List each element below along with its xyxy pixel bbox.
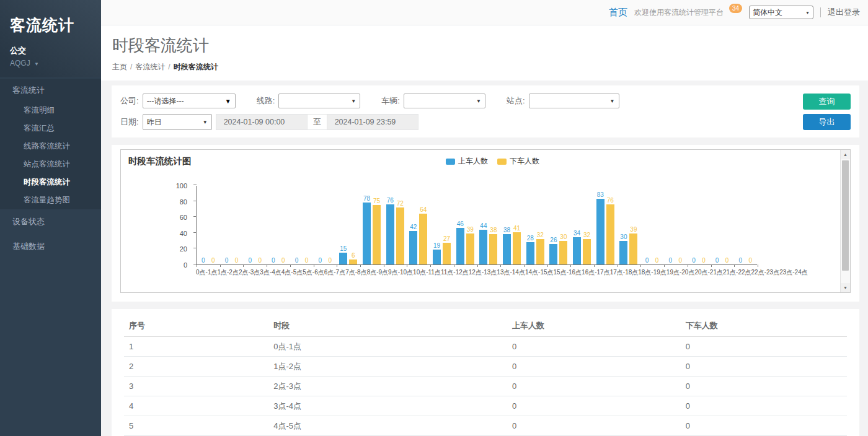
- x-axis-tick-label: 20点-21点: [694, 268, 723, 277]
- x-axis-tick-label: 17点-18点: [610, 268, 639, 277]
- bar-value-label: 27: [443, 235, 450, 242]
- x-axis-tick: [337, 264, 337, 267]
- bar-value-label: 0: [281, 257, 285, 264]
- bar-value-label: 0: [645, 257, 649, 264]
- sidebar-subitem[interactable]: 线路客流统计: [0, 137, 101, 155]
- x-axis-tick: [500, 264, 501, 267]
- sidebar-subitem[interactable]: 站点客流统计: [0, 155, 101, 173]
- sidebar-subitem[interactable]: 客流汇总: [0, 120, 101, 137]
- table-cell: 0点-1点: [268, 337, 507, 357]
- x-axis-label-cell: 23点-24点: [779, 268, 808, 277]
- nav-other-sections: 设备状态基础数据: [0, 209, 101, 259]
- vehicle-select[interactable]: ▼: [404, 94, 485, 108]
- bar-group: 0: [676, 257, 684, 264]
- bar: [606, 204, 614, 264]
- chart-scrollbar: ▲ ▼: [840, 150, 850, 292]
- x-axis-tick: [430, 264, 431, 267]
- x-axis-label-cell: 3点-4点: [260, 268, 281, 277]
- chevron-down-icon: ▼: [203, 120, 208, 125]
- sidebar-subitem[interactable]: 客流量趋势图: [0, 191, 101, 209]
- sidebar-submenu: 客流明细客流汇总线路客流统计站点客流统计时段客流统计客流量趋势图: [0, 102, 101, 209]
- x-axis-tick: [688, 264, 688, 267]
- x-axis-tick-label: 8点-9点: [367, 268, 388, 277]
- breadcrumb-item: 时段客流统计: [174, 63, 218, 71]
- bar-value-label: 15: [340, 245, 347, 252]
- table-panel: 序号时段上车人数下车人数 10点-1点0021点-2点0032点-3点0043点…: [112, 309, 859, 436]
- bar-value-label: 6: [352, 252, 355, 259]
- bar-value-label: 0: [318, 257, 322, 264]
- bar-value-label: 0: [235, 257, 239, 264]
- scrollbar-thumb[interactable]: [842, 160, 849, 271]
- language-value: 简体中文: [753, 7, 782, 18]
- language-select[interactable]: 简体中文 ▼: [749, 6, 813, 19]
- bar-group: 34: [573, 230, 581, 264]
- sidebar-item[interactable]: 基础数据: [0, 234, 101, 259]
- sidebar-subitem[interactable]: 客流明细: [0, 102, 101, 120]
- bar-value-label: 39: [467, 226, 474, 233]
- date-end-input[interactable]: 2024-01-09 23:59: [327, 114, 418, 130]
- legend-item[interactable]: 下车人数: [497, 156, 539, 167]
- sidebar-item-passenger-stats[interactable]: 客流统计: [0, 79, 101, 102]
- bar: [409, 231, 417, 264]
- line-select[interactable]: ▼: [278, 94, 360, 108]
- bar-value-label: 0: [225, 257, 229, 264]
- bar-group: 0: [723, 257, 731, 264]
- sidebar-item[interactable]: 设备状态: [0, 209, 101, 234]
- filter-row-2: 日期: 昨日 ▼ 2024-01-09 00:00 至 2024-01-09 2…: [120, 114, 851, 130]
- bar-value-label: 19: [433, 242, 440, 249]
- bar-value-label: 64: [420, 206, 427, 213]
- station-select[interactable]: ▼: [529, 94, 619, 108]
- bar-group: 39: [466, 226, 474, 264]
- content-area: 公司: ---请选择--- ▼ 线路: ▼ 车辆: ▼ 站点:: [101, 81, 868, 436]
- date-start-input[interactable]: 2024-01-09 00:00: [216, 114, 308, 130]
- bar-group: 15: [339, 245, 347, 264]
- date-preset-select[interactable]: 昨日 ▼: [143, 114, 212, 130]
- scroll-down-icon[interactable]: ▼: [841, 283, 850, 292]
- x-axis-tick-label: 13点-14点: [497, 268, 525, 277]
- legend-item[interactable]: 上车人数: [446, 156, 488, 167]
- x-axis-tick-label: 14点-15点: [525, 268, 554, 277]
- table-cell: 0: [507, 377, 681, 396]
- notification-badge[interactable]: 34: [729, 4, 742, 13]
- chart-category-group: 2832: [523, 186, 547, 264]
- bar-value-label: 39: [630, 226, 637, 233]
- page-header: 时段客流统计 主页/客流统计/时段客流统计: [101, 25, 868, 81]
- export-button[interactable]: 导出: [803, 114, 851, 130]
- x-axis-tick: [197, 264, 197, 267]
- chart-category-group: 7672: [383, 186, 407, 264]
- breadcrumb-item[interactable]: 客流统计: [135, 63, 165, 71]
- company-label: 公司:: [120, 95, 139, 107]
- bar: [386, 204, 394, 264]
- x-axis-tick-label: 18点-19点: [638, 268, 666, 277]
- bar-group: 30: [619, 233, 627, 264]
- bar: [573, 237, 581, 264]
- y-axis-tick-label: 100: [176, 182, 187, 190]
- home-link[interactable]: 首页: [609, 7, 627, 19]
- bar: [559, 241, 567, 264]
- x-axis-tick: [290, 264, 291, 267]
- company-select[interactable]: ---请选择--- ▼: [143, 94, 236, 108]
- scroll-up-icon[interactable]: ▲: [841, 150, 850, 159]
- bar-group: 19: [433, 242, 441, 264]
- x-axis-tick: [711, 264, 712, 267]
- chart-category-group: 3841: [500, 186, 524, 264]
- chart-category-group: 2630: [547, 186, 570, 264]
- y-axis-tick: [193, 232, 197, 233]
- chart-category-group: 4639: [453, 186, 477, 264]
- bar-value-label: 42: [410, 224, 417, 230]
- x-axis-label-cell: 10点-11点: [413, 268, 441, 277]
- bar-group: 0: [713, 257, 721, 264]
- x-axis-tick-label: 7点-8点: [345, 268, 366, 277]
- breadcrumb-item[interactable]: 主页: [112, 63, 127, 71]
- bar-group: 39: [629, 226, 637, 264]
- sidebar-nav: 客流统计 客流明细客流汇总线路客流统计站点客流统计时段客流统计客流量趋势图 设备…: [0, 79, 101, 259]
- caret-down-icon: ▼: [34, 61, 39, 67]
- sidebar-subitem[interactable]: 时段客流统计: [0, 173, 101, 191]
- org-code-dropdown[interactable]: AQGJ ▼: [10, 59, 91, 68]
- search-button[interactable]: 查询: [803, 94, 851, 110]
- bar-group: 0: [199, 257, 207, 264]
- bar-group: 78: [363, 195, 371, 264]
- date-preset-value: 昨日: [147, 117, 162, 128]
- bar-value-label: 0: [678, 257, 682, 264]
- logout-link[interactable]: 退出登录: [828, 7, 860, 18]
